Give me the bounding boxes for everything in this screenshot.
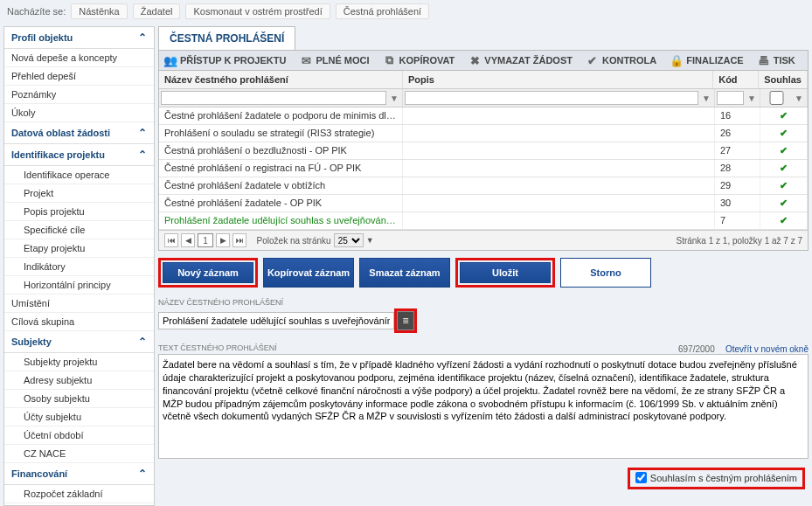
new-record-button[interactable]: Nový záznam [163, 262, 253, 283]
table-row[interactable]: Čestné prohlášení žadatele - OP PIK30✔ [159, 195, 808, 212]
chevron-up-icon: ⌃ [138, 127, 147, 139]
delete-record-button[interactable]: Smazat záznam [359, 258, 450, 288]
lock-icon: 🔒 [670, 54, 683, 66]
check-icon: ✔ [780, 128, 788, 138]
print-icon: 🖶 [758, 54, 770, 66]
sidebar-section-financovani[interactable]: Financování⌃ [4, 463, 154, 485]
sidebar-item[interactable]: Etapy projektu [4, 239, 154, 258]
table-row[interactable]: Čestné prohlášení žadatele o podporu de … [159, 107, 808, 125]
col-header-desc[interactable]: Popis [403, 71, 713, 88]
toolbar-access[interactable]: 👥PŘÍSTUP K PROJEKTU [164, 54, 286, 66]
sidebar-item[interactable]: Indikátory [4, 258, 154, 276]
table-row[interactable]: Čestné prohlášení žadatele v obtížích29✔ [159, 177, 808, 195]
sidebar-item[interactable]: Specifické cíle [4, 221, 154, 239]
col-header-agree[interactable]: Souhlas [759, 71, 808, 88]
check-icon: ✔ [780, 110, 788, 121]
check-icon: ✔ [780, 145, 788, 156]
pager-first[interactable]: ⏮ [164, 233, 178, 247]
toolbar: 👥PŘÍSTUP K PROJEKTU ✉PLNÉ MOCI ⧉KOPÍROVA… [158, 50, 809, 71]
sidebar-item[interactable]: Cílová skupina [4, 313, 154, 331]
sidebar-item[interactable]: Přehled depeší [4, 67, 154, 86]
pager-per-label: Položek na stránku [257, 236, 331, 246]
pager-next[interactable]: ▶ [216, 233, 230, 247]
open-new-window-link[interactable]: Otevřít v novém okně [725, 344, 809, 354]
sidebar-item[interactable]: Osoby subjektu [4, 390, 154, 408]
agree-label: Souhlasím s čestným prohlášením [650, 473, 797, 483]
sidebar-item[interactable]: Rozpočet základní [4, 485, 154, 503]
sidebar-item[interactable]: Projekt [4, 184, 154, 203]
funnel-icon[interactable]: ▼ [793, 94, 805, 103]
check-icon: ✔ [780, 198, 788, 208]
cell-agree: ✔ [760, 177, 808, 194]
cell-name: Prohlášení žadatele udělující souhlas s … [159, 212, 403, 229]
table-row[interactable]: Prohlášení žadatele udělující souhlas s … [159, 212, 808, 230]
sidebar-item[interactable]: Úkoly [4, 104, 154, 122]
sidebar-section-profil[interactable]: Profil objektu⌃ [4, 27, 154, 49]
save-button[interactable]: Uložit [460, 262, 551, 283]
tab-cestna[interactable]: ČESTNÁ PROHLÁŠENÍ [158, 26, 295, 50]
sidebar-item[interactable]: Identifikace operace [4, 166, 154, 184]
name-field[interactable] [158, 312, 394, 329]
sidebar-item[interactable]: Adresy subjektu [4, 371, 154, 390]
pager-per-select[interactable]: 25 [334, 233, 364, 247]
cell-name: Čestné prohlášení žadatele v obtížích [159, 177, 403, 194]
breadcrumb-item[interactable]: Kosmonaut v ostrém prostředí [185, 3, 330, 19]
filter-desc[interactable] [405, 91, 698, 105]
filter-name[interactable] [161, 91, 386, 105]
sidebar-item[interactable]: Účty subjektu [4, 408, 154, 426]
pager-last[interactable]: ⏭ [232, 233, 246, 247]
cell-name: Čestná prohlášení o bezdlužnosti - OP PI… [159, 142, 403, 159]
cell-desc [403, 195, 715, 211]
list-picker-button[interactable]: ≡ [397, 311, 414, 330]
delete-icon: ✖ [468, 54, 481, 66]
agree-checkbox-wrap[interactable]: Souhlasím s čestným prohlášením [635, 472, 797, 483]
filter-agree[interactable] [762, 91, 791, 105]
filter-code[interactable] [717, 91, 744, 105]
chevron-up-icon: ⌃ [138, 468, 147, 480]
pager-prev[interactable]: ◀ [181, 233, 195, 247]
sidebar-item[interactable]: Poznámky [4, 86, 154, 104]
col-header-name[interactable]: Název čestného prohlášení [159, 71, 403, 88]
funnel-icon[interactable]: ▼ [700, 94, 712, 103]
sidebar-item[interactable]: Subjekty projektu [4, 353, 154, 371]
table-row[interactable]: Prohlášení o souladu se strategií (RIS3 … [159, 125, 808, 142]
copy-record-button[interactable]: Kopírovat záznam [263, 258, 354, 288]
toolbar-delete[interactable]: ✖VYMAZAT ŽÁDOST [468, 54, 573, 66]
sidebar-item[interactable]: Popis projektu [4, 203, 154, 221]
cell-agree: ✔ [760, 142, 808, 159]
sidebar-item[interactable]: Horizontální principy [4, 276, 154, 295]
funnel-icon[interactable]: ▼ [746, 94, 758, 103]
cell-agree: ✔ [760, 160, 808, 177]
breadcrumb-item[interactable]: Čestná prohlášení [336, 3, 429, 19]
cell-desc [403, 142, 715, 159]
check-icon: ✔ [780, 180, 788, 191]
cell-agree: ✔ [760, 125, 808, 142]
sidebar-item[interactable]: CZ NACE [4, 445, 154, 463]
cell-code: 29 [715, 177, 760, 194]
text-field[interactable] [158, 354, 809, 459]
cancel-button[interactable]: Storno [560, 258, 651, 288]
funnel-icon[interactable]: ▼ [388, 94, 400, 103]
sidebar-item[interactable]: Nová depeše a koncepty [4, 49, 154, 67]
toolbar-check[interactable]: ✔KONTROLA [586, 54, 656, 66]
agree-checkbox[interactable] [635, 472, 647, 483]
name-field-label: NÁZEV ČESTNÉHO PROHLÁŠENÍ [158, 298, 809, 307]
char-counter: 697/2000 [678, 344, 715, 354]
sidebar-section-subjekty[interactable]: Subjekty⌃ [4, 331, 154, 353]
breadcrumb-item[interactable]: Žadatel [133, 3, 181, 19]
sidebar-item[interactable]: Umístění [4, 295, 154, 313]
chevron-up-icon: ⌃ [138, 149, 147, 161]
toolbar-finalize[interactable]: 🔒FINALIZACE [670, 54, 743, 66]
toolbar-copy[interactable]: ⧉KOPÍROVAT [384, 54, 455, 66]
table-row[interactable]: Čestná prohlášení o bezdlužnosti - OP PI… [159, 142, 808, 160]
cell-code: 30 [715, 195, 760, 211]
col-header-code[interactable]: Kód [713, 71, 759, 88]
sidebar-section-identifikace[interactable]: Identifikace projektu⌃ [4, 144, 154, 166]
table-row[interactable]: Čestné prohlášení o registraci na FÚ - O… [159, 160, 808, 177]
sidebar-item[interactable]: Účetní období [4, 426, 154, 445]
sidebar-section-datova[interactable]: Datová oblast žádosti⌃ [4, 122, 154, 144]
cell-name: Čestné prohlášení žadatele - OP PIK [159, 195, 403, 211]
toolbar-plne-moci[interactable]: ✉PLNÉ MOCI [300, 54, 369, 66]
breadcrumb-item[interactable]: Nástěnka [71, 3, 127, 19]
toolbar-print[interactable]: 🖶TISK [758, 54, 795, 66]
